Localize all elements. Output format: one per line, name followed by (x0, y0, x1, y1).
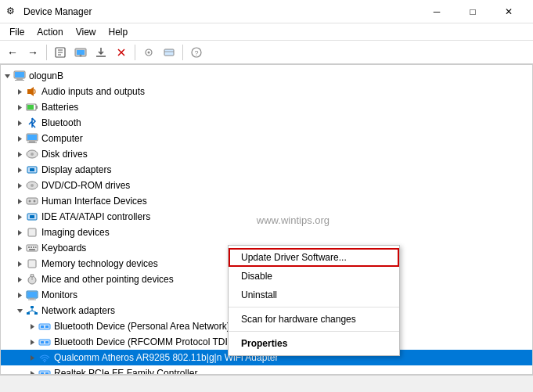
tree-expand-imaging[interactable] (13, 226, 26, 239)
tree-icon-net3 (38, 351, 51, 364)
svg-point-35 (31, 153, 34, 156)
svg-point-44 (29, 200, 31, 203)
minimize-button[interactable]: ─ (419, 0, 455, 23)
tree-item-diskdrives[interactable]: Disk drives (1, 146, 532, 162)
maximize-button[interactable]: □ (455, 0, 491, 23)
menu-item-action[interactable]: Action (31, 23, 69, 41)
tree-label-diskdrives: Disk drives (41, 149, 88, 160)
ctx-sep-3 (229, 307, 399, 307)
tree-label-keyboards: Keyboards (41, 243, 86, 254)
tree-icon-display (26, 164, 38, 176)
ctx-item-disable[interactable]: Disable (229, 267, 399, 286)
svg-rect-89 (45, 372, 49, 374)
tree-icon-monitors (26, 289, 38, 301)
toolbar-uninstall[interactable] (112, 43, 131, 62)
tree-item-display[interactable]: Display adapters (1, 162, 532, 178)
menu-item-view[interactable]: View (70, 23, 103, 41)
tree-label-net2: Bluetooth Device (RFCOMM Protocol TDI) (54, 336, 231, 347)
tree-expand-net4[interactable] (26, 367, 38, 374)
svg-rect-83 (45, 341, 49, 343)
svg-marker-39 (18, 183, 22, 189)
tree-expand-network[interactable] (13, 304, 26, 317)
tree-expand-diskdrives[interactable] (13, 148, 26, 160)
context-menu: Update Driver Software...DisableUninstal… (228, 245, 400, 356)
svg-rect-43 (27, 198, 38, 204)
tree-expand-ide[interactable] (13, 210, 26, 223)
ctx-item-uninstall[interactable]: Uninstall (229, 286, 399, 304)
tree-expand-batteries[interactable] (13, 101, 26, 113)
svg-rect-18 (15, 80, 24, 81)
toolbar-scan[interactable] (71, 43, 90, 62)
tree-expand-monitors[interactable] (13, 289, 26, 301)
svg-rect-25 (36, 106, 38, 109)
tree-item-batteries[interactable]: Batteries (1, 99, 532, 115)
ctx-item-update-driver-software---[interactable]: Update Driver Software... (229, 248, 399, 267)
toolbar-back[interactable]: ← (3, 43, 22, 62)
tree-expand-net2[interactable] (26, 336, 38, 348)
tree-label-dvd: DVD/CD-ROM drives (41, 180, 130, 191)
tree-label-memory: Memory technology devices (41, 258, 158, 269)
app-icon: ⚙ (6, 5, 19, 18)
tree-expand-display[interactable] (13, 164, 26, 176)
tree-icon-diskdrives (26, 148, 38, 160)
close-button[interactable]: ✕ (491, 0, 527, 23)
svg-marker-49 (18, 230, 22, 236)
svg-point-63 (31, 274, 34, 277)
tree-item-bluetooth[interactable]: Bluetooth (1, 115, 532, 131)
svg-rect-71 (27, 312, 30, 315)
tree-item-root[interactable]: ologunB (1, 68, 532, 84)
svg-text:?: ? (195, 49, 199, 57)
tree-expand-audio[interactable] (13, 85, 26, 98)
tree-item-hid[interactable]: Human Interface Devices (1, 193, 532, 209)
tree-icon-imaging (26, 226, 38, 239)
svg-marker-20 (18, 89, 22, 95)
toolbar-sep-3 (182, 45, 183, 60)
tree-icon-memory (26, 257, 38, 270)
svg-rect-17 (16, 78, 23, 80)
svg-rect-68 (28, 299, 36, 300)
tree-expand-root[interactable] (1, 70, 13, 82)
toolbar-show-hidden[interactable] (139, 43, 158, 62)
svg-line-74 (28, 311, 32, 312)
tree-item-imaging[interactable]: Imaging devices (1, 225, 532, 240)
tree-item-ide[interactable]: IDE ATA/ATAPI controllers (1, 209, 532, 225)
tree-expand-dvd[interactable] (13, 179, 26, 192)
tree-item-net4[interactable]: Realtek PCIe FE Family Controller (1, 365, 532, 374)
svg-marker-36 (18, 167, 22, 173)
svg-rect-48 (30, 215, 34, 218)
toolbar-update[interactable] (92, 43, 110, 62)
tree-label-batteries: Batteries (41, 102, 78, 113)
tree-expand-memory[interactable] (13, 257, 26, 270)
tree-expand-computer[interactable] (13, 132, 26, 145)
tree-expand-keyboards[interactable] (13, 242, 26, 254)
tree-expand-hid[interactable] (13, 195, 26, 207)
tree-item-dvd[interactable]: DVD/CD-ROM drives (1, 178, 532, 193)
tree-expand-net1[interactable] (26, 320, 38, 333)
ctx-item-properties[interactable]: Properties (229, 334, 399, 353)
toolbar-help[interactable]: ? (187, 43, 206, 62)
tree-expand-net3[interactable] (26, 351, 38, 364)
toolbar-forward[interactable]: → (23, 43, 42, 62)
svg-marker-23 (18, 105, 22, 110)
tree-expand-mice[interactable] (13, 273, 26, 286)
tree-label-display: Display adapters (41, 164, 111, 175)
svg-marker-33 (18, 152, 22, 157)
menu-bar: FileActionViewHelp (0, 23, 533, 41)
tree-item-audio[interactable]: Audio inputs and outputs (1, 84, 532, 99)
tree-icon-keyboards (26, 242, 38, 254)
svg-line-75 (32, 311, 36, 312)
svg-marker-42 (18, 199, 22, 204)
tree-label-computer: Computer (41, 133, 83, 144)
menu-item-help[interactable]: Help (103, 23, 135, 41)
tree-item-computer[interactable]: Computer (1, 131, 532, 146)
tree-icon-bluetooth (26, 117, 38, 129)
menu-item-file[interactable]: File (3, 23, 31, 41)
svg-rect-5 (77, 50, 85, 55)
tree-label-bluetooth: Bluetooth (41, 117, 81, 128)
tree-icon-net4 (38, 367, 51, 374)
toolbar-resources[interactable] (160, 43, 178, 62)
ctx-item-scan-for-hardware-changes[interactable]: Scan for hardware changes (229, 310, 399, 329)
svg-rect-21 (27, 89, 31, 94)
toolbar-properties[interactable] (51, 43, 70, 62)
tree-expand-bluetooth[interactable] (13, 117, 26, 129)
